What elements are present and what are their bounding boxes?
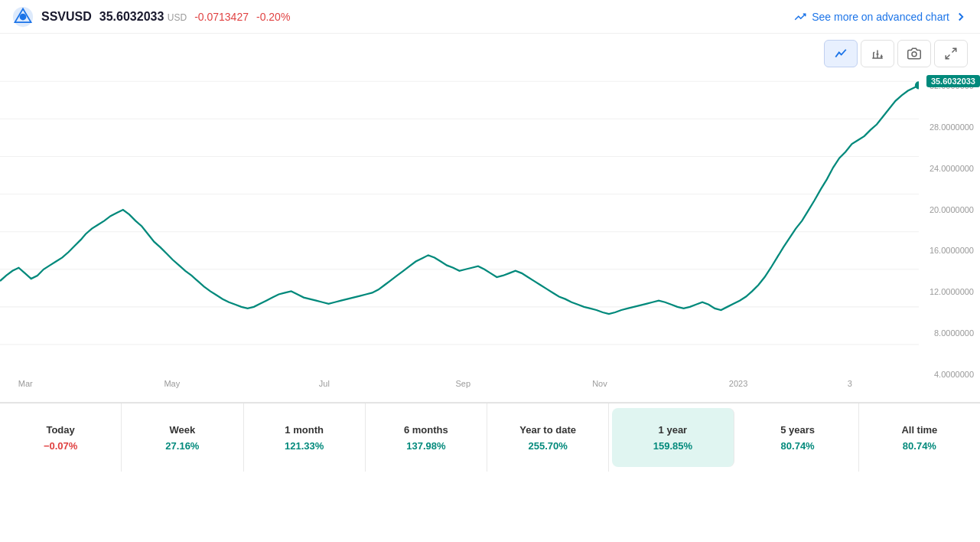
fullscreen-icon xyxy=(944,47,958,60)
stat-5years-value: 80.74% xyxy=(781,440,815,452)
line-chart-button[interactable] xyxy=(824,40,858,67)
price-change-value: -0.0713427 xyxy=(194,11,249,23)
stat-ytd-value: 255.70% xyxy=(528,440,567,452)
chart-toolbar xyxy=(0,34,980,73)
advanced-chart-label: See more on advanced chart xyxy=(812,11,949,23)
stat-1year-label: 1 year xyxy=(659,424,688,436)
x-label-mar: Mar xyxy=(18,379,33,388)
stat-week-value: 27.16% xyxy=(165,440,199,452)
stats-bar: Today −0.07% Week 27.16% 1 month 121.33%… xyxy=(0,403,980,472)
ssv-logo-icon xyxy=(12,6,34,28)
x-label-sep: Sep xyxy=(456,379,471,388)
stat-today[interactable]: Today −0.07% xyxy=(0,403,122,472)
y-label-24: 24.0000000 xyxy=(914,164,974,173)
current-price: 35.6032033 USD xyxy=(99,10,187,24)
stat-6months-value: 137.98% xyxy=(406,440,445,452)
current-price-dot xyxy=(915,81,919,89)
camera-icon xyxy=(907,47,921,60)
stat-today-label: Today xyxy=(46,424,74,436)
x-label-jul: Jul xyxy=(319,379,330,388)
advanced-chart-link[interactable]: See more on advanced chart xyxy=(793,10,968,24)
stat-week[interactable]: Week 27.16% xyxy=(122,403,243,472)
stat-6months[interactable]: 6 months 137.98% xyxy=(366,403,487,472)
stat-today-value: −0.07% xyxy=(44,440,77,452)
current-price-badge: 35.6032033 xyxy=(926,75,980,87)
y-label-28: 28.0000000 xyxy=(914,122,974,132)
x-label-3: 3 xyxy=(848,379,852,388)
price-chart-svg xyxy=(0,73,919,379)
y-axis: 35.6032033 32.0000000 28.0000000 24.0000… xyxy=(911,73,980,379)
y-label-4: 4.0000000 xyxy=(914,370,974,379)
y-label-20: 20.0000000 xyxy=(914,205,974,214)
stat-alltime-label: All time xyxy=(901,424,937,436)
stat-ytd-label: Year to date xyxy=(519,424,576,436)
stat-alltime[interactable]: All time 80.74% xyxy=(859,403,980,472)
y-label-16: 16.0000000 xyxy=(914,246,974,255)
stat-1month-value: 121.33% xyxy=(285,440,324,452)
stat-ytd[interactable]: Year to date 255.70% xyxy=(487,403,609,472)
stat-1month[interactable]: 1 month 121.33% xyxy=(244,403,366,472)
x-label-nov: Nov xyxy=(592,379,607,388)
bar-chart-button[interactable] xyxy=(861,40,894,67)
chart-svg-container xyxy=(0,73,919,379)
stat-5years[interactable]: 5 years 80.74% xyxy=(737,403,859,472)
chart-area: 35.6032033 32.0000000 28.0000000 24.0000… xyxy=(0,73,980,403)
stat-1year[interactable]: 1 year 159.85% xyxy=(612,408,734,467)
svg-point-2 xyxy=(20,13,27,20)
price-change-pct: -0.20% xyxy=(256,11,290,23)
ticker-symbol: SSVUSD xyxy=(41,10,92,24)
screenshot-button[interactable] xyxy=(897,40,931,67)
line-chart-icon xyxy=(834,47,848,60)
stat-week-label: Week xyxy=(170,424,196,436)
x-axis: Mar May Jul Sep Nov 2023 3 xyxy=(0,379,911,402)
stat-6months-label: 6 months xyxy=(404,424,448,436)
stat-alltime-value: 80.74% xyxy=(903,440,936,452)
svg-line-11 xyxy=(952,48,956,52)
advanced-chart-icon xyxy=(793,10,807,24)
stat-1year-value: 159.85% xyxy=(653,440,692,452)
chevron-right-icon xyxy=(954,10,968,24)
stat-1month-label: 1 month xyxy=(285,424,324,436)
svg-line-12 xyxy=(946,55,949,59)
bar-chart-icon xyxy=(871,47,884,60)
price-line xyxy=(0,85,919,314)
fullscreen-button[interactable] xyxy=(934,40,968,67)
x-label-2023: 2023 xyxy=(729,379,747,388)
currency-label: USD xyxy=(168,12,187,23)
y-label-8: 8.0000000 xyxy=(914,328,974,338)
svg-point-10 xyxy=(912,52,917,57)
header-left: SSVUSD 35.6032033 USD -0.0713427 -0.20% xyxy=(12,6,290,28)
header: SSVUSD 35.6032033 USD -0.0713427 -0.20% … xyxy=(0,0,980,34)
stat-5years-label: 5 years xyxy=(780,424,815,436)
y-label-12: 12.0000000 xyxy=(914,287,974,296)
x-label-may: May xyxy=(164,379,180,388)
